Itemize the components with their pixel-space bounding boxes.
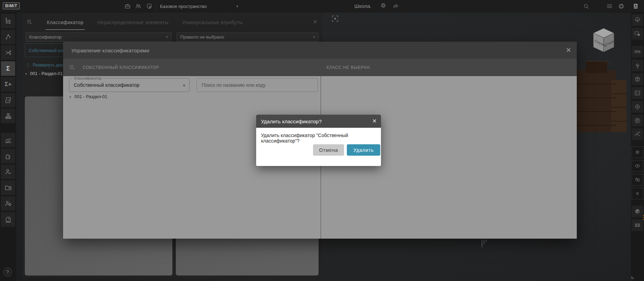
classifier-chip-label: Собственный классификатор: [29, 48, 63, 53]
x-box-icon: [634, 190, 641, 197]
share-icon[interactable]: [392, 3, 399, 10]
tool-floorplan[interactable]: [632, 87, 643, 99]
section-cube-icon: [634, 76, 641, 83]
menu-open-icon[interactable]: [26, 18, 33, 27]
toolbar-resize-handle[interactable]: [631, 276, 634, 279]
confirm-close-icon[interactable]: ✕: [372, 118, 377, 124]
briefcase-icon[interactable]: [124, 3, 131, 10]
flag-icon: [634, 117, 641, 124]
tool-hide[interactable]: [632, 174, 643, 186]
tool-gauge[interactable]: [1, 212, 15, 227]
tool-sheet-2d[interactable]: 2D: [1, 93, 15, 107]
tool-vegetation[interactable]: [632, 14, 643, 26]
sync-account-icon[interactable]: [618, 3, 625, 10]
tool-folder-export[interactable]: [1, 180, 15, 195]
orbit-icon: [634, 222, 641, 229]
sigma-icon: Σ: [6, 65, 10, 72]
tool-solid-view[interactable]: [632, 206, 643, 217]
top-bar: BiMiT Базовое пространство ▾ Школа. ⚙: [0, 0, 644, 12]
building-model[interactable]: [571, 59, 631, 145]
delete-button[interactable]: Удалить: [347, 144, 380, 156]
modal-tree-node-001[interactable]: ▸ 001 - Раздел-01: [70, 94, 107, 99]
confirm-message: Удалить классификатор "Собственный класс…: [261, 133, 381, 144]
tool-totals[interactable]: Σ: [1, 61, 15, 76]
tool-line-chart[interactable]: [1, 133, 15, 147]
gear-icon[interactable]: ⚙: [381, 2, 386, 9]
tab-universal-attributes[interactable]: Универсальные атрибуты: [182, 20, 243, 25]
gauge-icon: [4, 216, 12, 223]
chevron-down-icon: ▾: [237, 4, 239, 9]
classifier-select[interactable]: Классификатор ▾: [26, 32, 172, 42]
menu-open-icon[interactable]: [69, 64, 76, 72]
modal-close-icon[interactable]: ✕: [566, 46, 571, 54]
workspace-selector[interactable]: Базовое пространство ▾: [160, 0, 238, 12]
tool-orbit[interactable]: [632, 219, 643, 231]
tool-user-location[interactable]: [1, 196, 15, 211]
tool-ruler[interactable]: [632, 46, 643, 58]
tool-isolate[interactable]: [632, 146, 643, 158]
flash-icon: [634, 62, 641, 69]
tool-show[interactable]: [632, 160, 643, 172]
panel-close-icon[interactable]: ✕: [313, 19, 318, 25]
modal-search-box: [197, 78, 318, 92]
tool-selection-shape[interactable]: [632, 28, 643, 40]
modal-section-row: СОБСТВЕННЫЙ КЛАССИФИКАТОР КЛАСС НЕ ВЫБРА…: [63, 59, 577, 76]
search-icon[interactable]: [583, 3, 590, 10]
brand-logo: BiMiT: [3, 2, 20, 9]
sheet-2d-icon: 2D: [4, 96, 12, 104]
dimension-marks: [482, 240, 486, 247]
ruler-icon: [634, 48, 641, 55]
tool-axes[interactable]: 1 2: [632, 128, 643, 140]
modal-title-bar: Управление классификаторами ✕: [63, 42, 577, 59]
cancel-button[interactable]: Отмена: [313, 144, 344, 156]
tree-node-001[interactable]: ▸ 001 - Раздел-01: [26, 71, 63, 76]
topbar-divider: [156, 1, 156, 11]
panel-tabs-row: Классификатор Нераспределённые элементы …: [23, 14, 322, 31]
classifier-chip[interactable]: Собственный классификатор: [25, 43, 63, 57]
confirm-title-bar: Удалить классификатор? ✕: [256, 115, 381, 128]
tool-section-cube[interactable]: [632, 73, 643, 85]
vegetation-icon: [634, 17, 641, 23]
list-menu-icon[interactable]: [606, 3, 613, 10]
user-check-icon: [4, 168, 12, 176]
tool-relations[interactable]: [1, 30, 15, 44]
tool-flash[interactable]: [632, 60, 643, 71]
isolate-cube-icon: [634, 149, 641, 155]
floorplan-icon: [634, 90, 641, 96]
tab-classifier[interactable]: Классификатор: [47, 20, 83, 25]
classifier-field-label: Классификатор: [73, 76, 103, 80]
selection-shape-icon: [634, 30, 641, 37]
class-not-selected-label: КЛАСС НЕ ВЫБРАН: [326, 65, 370, 70]
tree-expand-icon[interactable]: ▸: [26, 72, 27, 75]
tool-totals-add[interactable]: Σ+: [1, 77, 15, 92]
tab-unassigned-elements[interactable]: Нераспределённые элементы: [97, 20, 168, 25]
chevron-down-icon: ▾: [313, 35, 315, 39]
tool-structure-tree[interactable]: [1, 14, 15, 28]
help-button[interactable]: ?: [3, 268, 12, 277]
puzzle-icon: [4, 152, 12, 160]
tool-flag[interactable]: [632, 115, 643, 126]
project-title: Школа.: [354, 3, 372, 9]
navigation-cube[interactable]: Справа Сзади: [590, 26, 618, 54]
tool-plugins[interactable]: [1, 149, 15, 163]
own-classifier-section-label: СОБСТВЕННЫЙ КЛАССИФИКАТОР: [83, 65, 159, 70]
collaboration-icon[interactable]: [135, 3, 142, 10]
svg-text:2: 2: [638, 131, 640, 133]
modal-classifier-select[interactable]: Классификатор Собственный классификатор …: [69, 78, 190, 92]
tool-user-check[interactable]: [1, 165, 15, 179]
eye-icon: [634, 163, 641, 169]
user-badge-icon[interactable]: [632, 3, 639, 10]
tree-expand-icon[interactable]: ▸: [70, 95, 71, 98]
tool-clear-selection[interactable]: [632, 188, 643, 199]
modal-search-input[interactable]: [197, 79, 318, 92]
fit-view-icon[interactable]: [331, 14, 339, 24]
structure-tree-icon: [4, 17, 12, 25]
tool-org-chart[interactable]: [1, 109, 15, 123]
shield-status-icon[interactable]: [146, 3, 153, 10]
tool-locate[interactable]: [632, 101, 643, 113]
user-location-icon: [4, 200, 12, 207]
axes-icon: 1 2: [634, 131, 641, 138]
tool-shuffle[interactable]: [1, 45, 15, 60]
rule-select[interactable]: Правило не выбрано ▾: [177, 32, 319, 42]
help-icon: ?: [6, 269, 9, 275]
